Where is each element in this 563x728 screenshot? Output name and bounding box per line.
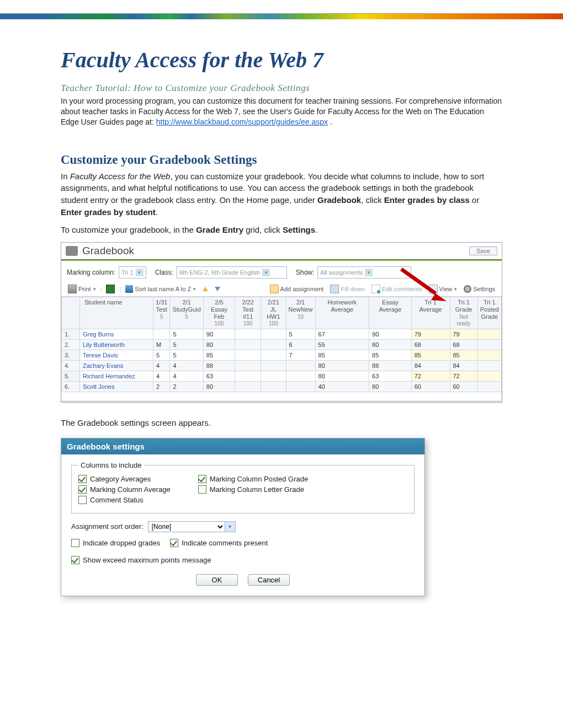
edit-comments-button[interactable]: Edit comments [369, 284, 424, 294]
grade-cell[interactable]: 2 [170, 381, 203, 392]
grade-cell[interactable]: 60 [450, 381, 477, 392]
grade-cell[interactable]: 2 [153, 381, 170, 392]
grade-cell[interactable]: 90 [203, 329, 235, 339]
student-name-cell[interactable]: Lily Butterworth [80, 339, 153, 350]
chk-category-averages[interactable]: Category Averages [78, 475, 171, 483]
grade-cell[interactable]: 85 [203, 350, 235, 360]
grade-cell[interactable]: 63 [369, 371, 412, 381]
grade-cell[interactable] [235, 381, 261, 392]
grade-cell[interactable]: 80 [369, 339, 412, 350]
grade-cell[interactable] [286, 371, 315, 381]
grade-cell[interactable] [261, 350, 286, 360]
grade-cell[interactable] [235, 329, 261, 339]
grade-cell[interactable] [477, 329, 501, 339]
grade-cell[interactable] [286, 360, 315, 371]
grade-cell[interactable]: 80 [315, 360, 369, 371]
grade-cell[interactable]: 55 [315, 339, 369, 350]
grade-cell[interactable]: 4 [153, 360, 170, 371]
grade-cell[interactable]: 80 [369, 381, 412, 392]
grade-cell[interactable]: 6 [286, 339, 315, 350]
grade-cell[interactable]: 60 [411, 381, 450, 392]
sort-button[interactable]: Sort last name A to Z▾ [123, 285, 198, 293]
sort-order-select[interactable]: [None]▾ [148, 521, 236, 532]
grade-cell[interactable]: 72 [411, 371, 450, 381]
grade-cell[interactable] [261, 371, 286, 381]
table-row[interactable]: 3.Terese Davis5585785858585 [62, 350, 502, 360]
grade-cell[interactable] [477, 360, 501, 371]
student-name-cell[interactable]: Terese Davis [80, 350, 153, 360]
grade-cell[interactable] [261, 329, 286, 339]
grade-cell[interactable]: 79 [450, 329, 477, 339]
grade-grid[interactable]: Student name 1/31Test5 2/1StudyGuid5 2/5… [61, 297, 502, 392]
grade-cell[interactable]: 90 [369, 329, 412, 339]
settings-button[interactable]: Settings [461, 285, 497, 293]
grade-cell[interactable]: 88 [203, 360, 235, 371]
move-down-button[interactable] [213, 286, 222, 292]
grade-cell[interactable]: 68 [411, 339, 450, 350]
grade-cell[interactable] [235, 350, 261, 360]
grade-cell[interactable]: 85 [315, 350, 369, 360]
student-name-cell[interactable]: Greg Burns [80, 329, 153, 339]
grade-cell[interactable]: 80 [203, 381, 235, 392]
grade-cell[interactable]: M [153, 339, 170, 350]
grade-cell[interactable]: 84 [411, 360, 450, 371]
view-button[interactable]: View▾ [427, 284, 460, 294]
grade-cell[interactable]: 5 [153, 350, 170, 360]
chk-marking-column-letter[interactable]: Marking Column Letter Grade [198, 485, 308, 494]
fill-down-button[interactable]: Fill down [328, 284, 367, 294]
chk-exceed-max[interactable]: Show exceed maximum points message [71, 556, 211, 564]
student-name-cell[interactable]: Zachary Evans [80, 360, 153, 371]
grade-cell[interactable]: 85 [369, 350, 412, 360]
grade-cell[interactable] [153, 329, 170, 339]
cancel-button[interactable]: Cancel [248, 574, 290, 586]
grade-cell[interactable]: 85 [450, 350, 477, 360]
grade-cell[interactable] [261, 360, 286, 371]
grade-cell[interactable] [477, 339, 501, 350]
table-row[interactable]: 6.Scott Jones228040806060 [62, 381, 502, 392]
grade-cell[interactable]: 80 [203, 339, 235, 350]
grade-cell[interactable] [477, 381, 501, 392]
chk-marking-column-posted[interactable]: Marking Column Posted Grade [198, 475, 308, 483]
print-button[interactable]: Print▾ [66, 284, 98, 294]
ok-button[interactable]: OK [196, 574, 238, 586]
move-up-button[interactable] [200, 286, 210, 292]
table-row[interactable]: 5.Richard Hernandez446380637272 [62, 371, 502, 381]
grade-cell[interactable]: 4 [170, 360, 203, 371]
grade-cell[interactable]: 4 [170, 371, 203, 381]
table-row[interactable]: 1.Greg Burns590567907979 [62, 329, 502, 339]
chk-dropped-grades[interactable]: Indicate dropped grades [71, 539, 160, 547]
grade-cell[interactable]: 5 [286, 329, 315, 339]
grade-cell[interactable] [477, 350, 501, 360]
table-row[interactable]: 4.Zachary Evans448880888484 [62, 360, 502, 371]
grade-cell[interactable]: 80 [315, 371, 369, 381]
table-row[interactable]: 2.Lily ButterworthM580655806868 [62, 339, 502, 350]
add-assignment-button[interactable]: Add assignment [268, 284, 326, 294]
chk-marking-column-average[interactable]: Marking Column Average [78, 485, 171, 494]
grade-cell[interactable]: 67 [315, 329, 369, 339]
grade-cell[interactable]: 63 [203, 371, 235, 381]
marking-column-select[interactable]: Tri 1▾ [119, 266, 146, 279]
chk-comments-present[interactable]: Indicate comments present [170, 539, 268, 547]
show-select[interactable]: All assignments▾ [317, 266, 411, 279]
grade-cell[interactable]: 40 [315, 381, 369, 392]
grade-cell[interactable]: 4 [153, 371, 170, 381]
save-button[interactable]: Save [469, 247, 497, 255]
grade-cell[interactable]: 5 [170, 350, 203, 360]
grade-cell[interactable]: 79 [411, 329, 450, 339]
grade-cell[interactable]: 68 [450, 339, 477, 350]
grade-cell[interactable]: 88 [369, 360, 412, 371]
guides-link[interactable]: http://www.blackbaud.com/support/guides/… [156, 117, 328, 126]
grade-cell[interactable]: 7 [286, 350, 315, 360]
grade-cell[interactable] [286, 381, 315, 392]
grade-cell[interactable] [261, 339, 286, 350]
grade-cell[interactable] [261, 381, 286, 392]
grade-cell[interactable] [235, 360, 261, 371]
student-name-cell[interactable]: Scott Jones [80, 381, 153, 392]
class-select[interactable]: 6th ENG-2, 6th Grade English▾ [177, 266, 287, 279]
grade-cell[interactable] [477, 371, 501, 381]
student-name-cell[interactable]: Richard Hernandez [80, 371, 153, 381]
grade-cell[interactable]: 5 [170, 339, 203, 350]
chk-comment-status[interactable]: Comment Status [78, 496, 171, 504]
export-excel-button[interactable] [104, 284, 117, 294]
grade-cell[interactable] [235, 371, 261, 381]
